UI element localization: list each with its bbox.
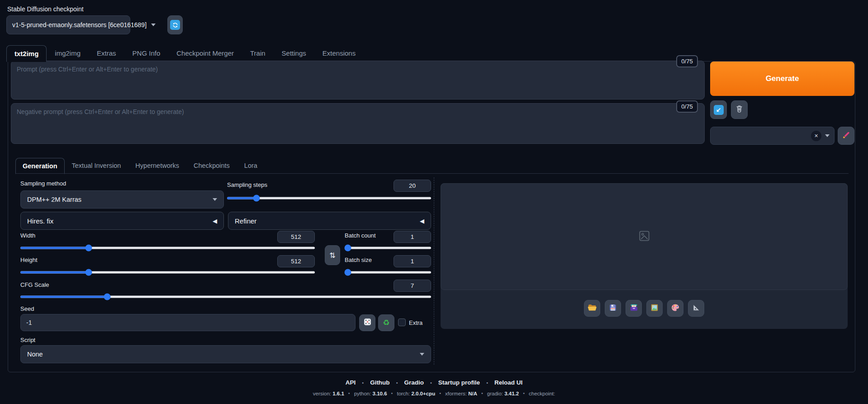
chevron-left-icon: ◀ <box>213 218 217 224</box>
chevron-down-icon <box>825 134 830 137</box>
txt2img-panel: 0/75 0/75 Generate ↙ × <box>8 61 855 372</box>
batch-count-label: Batch count <box>345 232 376 239</box>
footer-link-github[interactable]: Github <box>370 379 390 386</box>
main-tab-settings[interactable]: Settings <box>274 45 314 62</box>
generate-button[interactable]: Generate <box>710 62 854 96</box>
footer-link-startup-profile[interactable]: Startup profile <box>438 379 480 386</box>
footer-separator: • <box>396 380 398 385</box>
output-image-area[interactable] <box>441 183 848 290</box>
stable-diffusion-webui: Stable Diffusion checkpoint v1-5-pruned-… <box>0 0 868 404</box>
chevron-down-icon <box>151 24 156 26</box>
main-tab-extras[interactable]: Extras <box>89 45 124 62</box>
batch-count-value[interactable]: 1 <box>394 231 431 243</box>
checkpoint-label: Stable Diffusion checkpoint <box>7 5 84 13</box>
swap-arrows-icon: ⇅ <box>329 251 335 260</box>
recycle-icon: ♻ <box>383 319 389 327</box>
sampling-steps-slider[interactable] <box>227 194 431 202</box>
negative-prompt-token-counter: 0/75 <box>676 100 698 113</box>
script-value: None <box>27 351 420 358</box>
hires-fix-accordion[interactable]: Hires. fix ◀ <box>20 212 224 230</box>
sampling-method-dropdown[interactable]: DPM++ 2M Karras <box>20 190 224 209</box>
gallery-toolbar <box>441 300 848 317</box>
chevron-down-icon <box>213 198 217 201</box>
version-separator: • <box>439 390 441 396</box>
version-separator: • <box>523 390 525 396</box>
version-item: xformers: N/A <box>445 389 477 397</box>
footer-separator: • <box>430 380 432 385</box>
save-icon <box>609 304 617 314</box>
version-separator: • <box>391 390 393 396</box>
height-slider[interactable] <box>20 268 315 276</box>
negative-prompt-input[interactable] <box>11 103 705 144</box>
reuse-seed-button[interactable]: ♻ <box>378 314 394 331</box>
main-tab-txt2img[interactable]: txt2img <box>6 45 47 62</box>
height-label: Height <box>20 257 38 263</box>
prompt-input[interactable] <box>11 61 705 100</box>
main-tab-img2img[interactable]: img2img <box>47 45 89 62</box>
footer-link-reload-ui[interactable]: Reload UI <box>494 379 522 386</box>
send-to-inpaint-icon <box>671 303 680 314</box>
generation-tab-hypernetworks[interactable]: Hypernetworks <box>128 157 186 174</box>
main-tab-checkpoint-merger[interactable]: Checkpoint Merger <box>168 45 242 62</box>
sampling-steps-value[interactable]: 20 <box>394 180 431 192</box>
seed-extra-label: Extra <box>409 319 422 326</box>
main-tab-extensions[interactable]: Extensions <box>314 45 364 62</box>
generation-tab-generation[interactable]: Generation <box>15 158 65 174</box>
random-seed-button[interactable] <box>359 314 375 331</box>
version-item: checkpoint: <box>529 389 555 397</box>
paste-arrow-icon: ↙ <box>714 105 724 115</box>
refiner-label: Refiner <box>235 217 420 225</box>
footer-link-gradio[interactable]: Gradio <box>404 379 424 386</box>
column-divider <box>434 177 434 365</box>
footer-link-api[interactable]: API <box>346 379 356 386</box>
paste-generation-params-button[interactable]: ↙ <box>710 100 727 119</box>
version-item: torch: 2.0.0+cpu <box>397 389 435 397</box>
cfg-scale-label: CFG Scale <box>20 281 49 288</box>
send-to-extras-button[interactable] <box>688 300 704 317</box>
height-value[interactable]: 512 <box>277 255 315 267</box>
cfg-scale-value[interactable]: 7 <box>394 280 431 292</box>
batch-size-slider[interactable] <box>345 268 431 276</box>
clear-x-icon[interactable]: × <box>811 131 821 141</box>
generation-tab-textual-inversion[interactable]: Textual Inversion <box>65 157 128 174</box>
image-placeholder-icon <box>638 230 650 244</box>
cfg-scale-slider[interactable] <box>20 293 431 301</box>
version-item: version: 1.6.1 <box>313 389 344 397</box>
save-zip-button[interactable] <box>626 300 642 317</box>
refiner-accordion[interactable]: Refiner ◀ <box>228 212 431 230</box>
edit-styles-button[interactable] <box>838 127 854 145</box>
generate-column: Generate ↙ × <box>710 62 854 145</box>
generation-tab-checkpoints[interactable]: Checkpoints <box>186 157 237 174</box>
clear-prompt-button[interactable] <box>731 100 748 119</box>
generation-tab-lora[interactable]: Lora <box>237 157 265 174</box>
send-to-inpaint-button[interactable] <box>667 300 683 317</box>
width-slider[interactable] <box>20 244 315 252</box>
save-image-button[interactable] <box>605 300 621 317</box>
footer: API•Github•Gradio•Startup profile•Reload… <box>0 379 868 397</box>
send-to-img2img-button[interactable] <box>646 300 663 317</box>
open-folder-button[interactable] <box>584 300 600 317</box>
main-tab-png-info[interactable]: PNG Info <box>124 45 169 62</box>
seed-extra-checkbox[interactable] <box>398 318 406 326</box>
refresh-checkpoints-button[interactable] <box>167 15 183 34</box>
footer-separator: • <box>362 380 364 385</box>
checkpoint-dropdown[interactable]: v1-5-pruned-emaonly.safetensors [6ce0161… <box>6 15 130 34</box>
main-tab-train[interactable]: Train <box>242 45 274 62</box>
hires-fix-label: Hires. fix <box>27 217 213 225</box>
send-to-img2img-icon <box>650 304 659 314</box>
batch-size-value[interactable]: 1 <box>394 255 431 267</box>
trash-icon <box>735 105 744 115</box>
save-zip-icon <box>630 303 638 314</box>
batch-count-slider[interactable] <box>345 244 431 252</box>
seed-input[interactable] <box>20 314 356 331</box>
script-dropdown[interactable]: None <box>20 345 431 363</box>
seed-label: Seed <box>20 305 34 312</box>
width-value[interactable]: 512 <box>277 231 315 243</box>
script-label: Script <box>20 337 35 343</box>
styles-dropdown[interactable]: × <box>710 127 835 145</box>
checkpoint-value: v1-5-pruned-emaonly.safetensors [6ce0161… <box>12 21 147 29</box>
version-separator: • <box>481 390 483 396</box>
swap-width-height-button[interactable]: ⇅ <box>325 245 340 265</box>
version-separator: • <box>348 390 350 396</box>
paintbrush-icon <box>842 131 850 141</box>
